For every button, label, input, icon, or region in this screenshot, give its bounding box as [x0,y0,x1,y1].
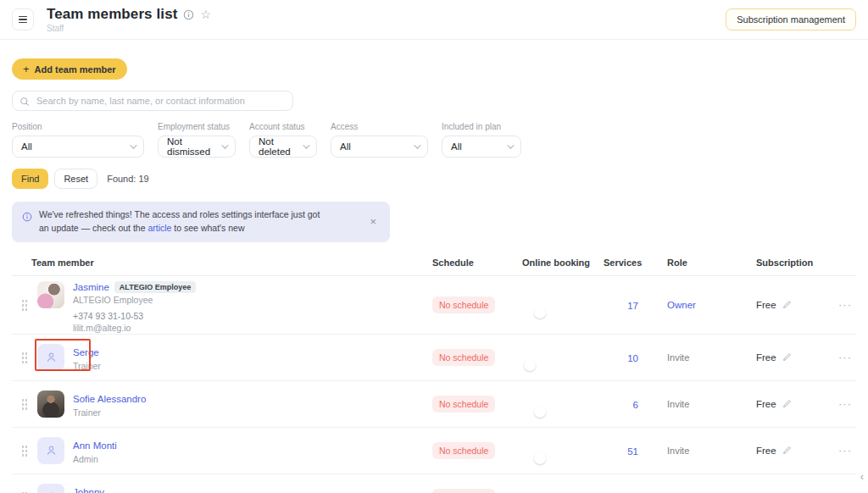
member-phone: +374 93 31-10-53 [73,310,196,322]
select-value: Not deleted [259,136,296,157]
account-status-select[interactable]: Not deleted [249,136,317,158]
member-name-link[interactable]: Serge [73,347,99,357]
col-role: Role [648,258,756,268]
filter-label: Account status [249,122,317,131]
table-header: Team member Schedule Online booking Serv… [12,258,856,276]
page-title: Team members list [47,6,177,23]
filter-position: Position All [12,122,144,158]
select-value: Not dismissed [167,136,214,157]
drag-handle-icon[interactable] [21,299,28,311]
filters-row: Position All Employment status Not dismi… [12,122,856,158]
role-status: Invite [667,446,689,456]
drag-handle-icon[interactable] [21,352,28,363]
row-menu-icon[interactable]: ··· [834,351,856,363]
included-in-plan-select[interactable]: All [442,136,521,158]
col-online-booking: Online booking [522,258,604,268]
member-position: Admin [73,454,117,464]
services-count-link[interactable]: 17 [627,301,638,311]
services-count-link[interactable]: 6 [633,400,638,410]
row-menu-icon[interactable]: ··· [834,298,856,311]
services-count-link[interactable]: 51 [627,446,638,457]
member-name-link[interactable]: Sofie Alessandro [73,394,146,404]
row-menu-icon[interactable]: ··· [834,397,856,410]
filter-employment-status: Employment status Not dismissed [158,122,236,158]
drag-handle-icon[interactable] [21,398,28,410]
col-team-member: Team member [12,258,432,268]
edit-pencil-icon[interactable] [782,399,792,408]
filter-actions: Find Reset Found: 19 [12,169,856,189]
collapse-chevron-icon[interactable]: ‹ [860,470,864,483]
edit-pencil-icon[interactable] [782,352,792,362]
member-position: ALTEGIO Employee [73,295,196,305]
member-name-link[interactable]: Johnny [73,487,104,493]
member-cell: Johnny Kids hairdresser [36,484,432,493]
employment-status-select[interactable]: Not dismissed [158,136,236,158]
team-members-table: Team member Schedule Online booking Serv… [12,258,856,493]
close-icon[interactable]: × [366,214,380,229]
drag-handle-icon[interactable] [21,445,28,457]
reset-button[interactable]: Reset [54,169,97,189]
subscription-value: Free [756,446,776,456]
add-team-member-button[interactable]: + Add team member [12,58,127,80]
search-wrap [12,91,293,111]
member-cell: Ann Monti Admin [36,437,432,464]
member-email: lilit.m@alteg.io [73,322,196,334]
col-services: Services [604,258,648,268]
table-row: Serge Trainer No schedule 10 Invite Free… [12,335,856,381]
subscription-management-button[interactable]: Subscription management [726,8,856,30]
info-icon[interactable] [183,9,194,20]
member-position: Trainer [73,361,101,371]
person-icon [44,490,58,493]
chevron-down-icon [130,141,136,148]
col-schedule: Schedule [432,258,522,268]
edit-pencil-icon[interactable] [782,300,792,309]
member-cell: Serge Trainer [36,344,432,371]
filter-included-in-plan: Included in plan All [442,122,521,158]
top-bar: Team members list ☆ Staff Subscription m… [0,0,868,40]
banner-text-after: to see what's new [171,223,244,233]
select-value: All [21,141,32,152]
row-menu-icon[interactable]: ··· [834,444,856,457]
filter-label: Included in plan [442,122,521,131]
filter-account-status: Account status Not deleted [249,122,317,158]
col-subscription: Subscription [756,258,834,268]
add-team-member-label: Add team member [35,64,116,75]
favorite-star-icon[interactable]: ☆ [200,8,211,20]
subscription-value: Free [756,399,776,409]
services-count-link[interactable]: 10 [627,353,638,363]
table-row: Johnny Kids hairdresser No schedule 2 In… [12,474,856,493]
find-button[interactable]: Find [12,169,48,189]
access-select[interactable]: All [331,136,428,158]
menu-icon[interactable] [12,8,34,30]
avatar-placeholder [37,344,64,371]
subscription-value: Free [756,352,776,363]
person-icon [44,443,58,457]
schedule-badge: No schedule [432,349,495,366]
position-select[interactable]: All [12,136,144,158]
plus-icon: + [23,64,30,75]
chevron-down-icon [414,141,420,148]
found-count: Found: 19 [107,174,149,184]
subscription-value: Free [756,300,776,310]
member-name-link[interactable]: Jasmine [73,282,109,292]
avatar [37,281,64,308]
member-contacts: +374 93 31-10-53 lilit.m@alteg.io [73,310,196,334]
filter-label: Employment status [158,122,236,131]
table-row: Jasmine ALTEGIO Employee ALTEGIO Employe… [12,276,856,335]
member-cell: Jasmine ALTEGIO Employee ALTEGIO Employe… [36,276,432,334]
select-value: All [451,141,462,152]
filter-label: Position [12,122,144,131]
schedule-badge: No schedule [432,489,495,493]
filter-label: Access [331,122,428,131]
avatar-placeholder [37,484,64,493]
main-content: + Add team member Position All Employmen… [0,40,868,493]
member-name-link[interactable]: Ann Monti [73,440,117,451]
search-input[interactable] [12,91,293,111]
title-block: Team members list ☆ Staff [47,6,211,33]
role-link[interactable]: Owner [667,300,696,310]
edit-pencil-icon[interactable] [782,446,792,455]
article-link[interactable]: article [147,223,171,233]
table-row: Sofie Alessandro Trainer No schedule 6 I… [12,381,856,428]
search-icon [19,95,30,110]
select-value: All [340,141,351,152]
